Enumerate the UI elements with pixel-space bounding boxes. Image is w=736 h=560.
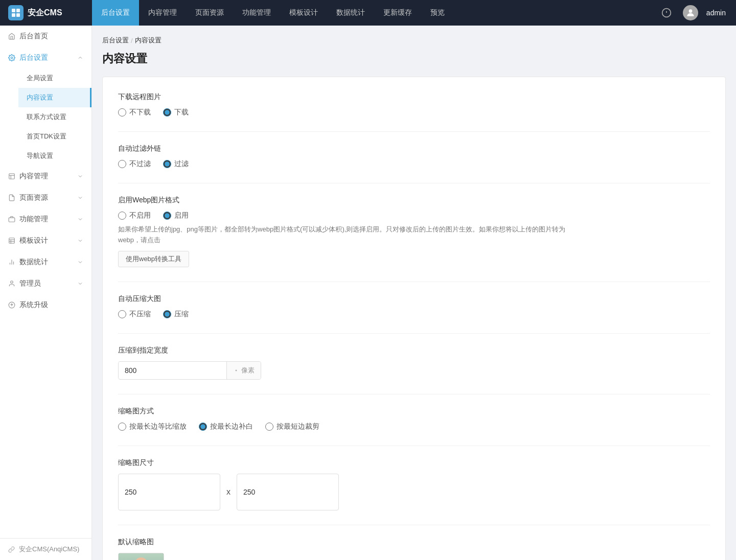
divider-3 (118, 282, 710, 282)
app-logo[interactable]: 安企CMS (0, 0, 92, 26)
default-thumbnail-image[interactable] (118, 553, 164, 560)
default-thumbnail-label: 默认缩略图 (118, 538, 710, 547)
radio-crop[interactable]: 按最短边裁剪 (265, 422, 319, 431)
link-icon (8, 546, 15, 553)
main-content: 后台设置 / 内容设置 内容设置 下载远程图片 不下载 下载 自动过滤外链 (92, 26, 736, 560)
template-icon (8, 237, 15, 244)
radio-pad-label: 按最长边补白 (210, 422, 253, 431)
sidebar-upgrade[interactable]: 系统升级 (0, 294, 91, 316)
sidebar-page-resource-label: 页面资源 (19, 193, 48, 202)
sidebar-global-label: 全局设置 (27, 74, 53, 83)
chevron-down-icon-admin (77, 281, 83, 287)
sidebar-func-mgmt-section[interactable]: 功能管理 (0, 208, 91, 230)
settings-icon (8, 54, 15, 61)
sidebar-content-mgmt-section[interactable]: 内容管理 (0, 166, 91, 187)
sidebar-tdk-settings[interactable]: 首页TDK设置 (18, 127, 91, 146)
webp-tool-button[interactable]: 使用webp转换工具 (118, 251, 189, 267)
radio-no-webp[interactable]: 不启用 (118, 211, 151, 220)
enable-webp-label: 启用Webp图片格式 (118, 196, 710, 205)
radio-no-download-input[interactable] (118, 108, 126, 116)
radio-webp-input[interactable] (163, 212, 171, 220)
sidebar-tdk-label: 首页TDK设置 (27, 132, 66, 141)
divider-4 (118, 333, 710, 334)
breadcrumb-root[interactable]: 后台设置 (102, 36, 129, 45)
radio-crop-input[interactable] (265, 423, 273, 431)
radio-download[interactable]: 下载 (163, 108, 189, 117)
sidebar-nav-settings[interactable]: 导航设置 (18, 146, 91, 166)
sidebar: 后台首页 后台设置 全局设置 内容设置 联系方式设置 首页TDK设置 导航设置 (0, 26, 92, 560)
nav-item-backend-settings[interactable]: 后台设置 (92, 0, 139, 26)
sidebar-func-mgmt-label: 功能管理 (19, 215, 48, 224)
radio-no-webp-input[interactable] (118, 212, 126, 220)
sidebar-footer[interactable]: 安企CMS(AnqiCMS) (0, 538, 91, 560)
radio-no-compress-input[interactable] (118, 310, 126, 318)
radio-filter-input[interactable] (163, 160, 171, 168)
sidebar-contact-settings[interactable]: 联系方式设置 (18, 107, 91, 127)
nav-item-page-resources[interactable]: 页面资源 (186, 0, 233, 26)
thumbnail-method-options: 按最长边等比缩放 按最长边补白 按最短边裁剪 (118, 422, 710, 431)
sidebar-contact-label: 联系方式设置 (27, 112, 66, 122)
radio-pad[interactable]: 按最长边补白 (199, 422, 253, 431)
content-mgmt-icon (8, 173, 15, 180)
nav-item-template-design[interactable]: 模板设计 (280, 0, 327, 26)
radio-no-webp-label: 不启用 (129, 211, 151, 220)
divider-5 (118, 394, 710, 394)
notification-icon[interactable] (658, 5, 675, 21)
nav-item-data-stats[interactable]: 数据统计 (327, 0, 374, 26)
nav-item-content-mgmt[interactable]: 内容管理 (139, 0, 186, 26)
sidebar-settings-section[interactable]: 后台设置 (0, 47, 91, 68)
svg-rect-13 (9, 238, 15, 244)
sidebar-stats-section[interactable]: 数据统计 (0, 251, 91, 273)
sidebar-admin-section[interactable]: 管理员 (0, 273, 91, 294)
radio-crop-label: 按最短边裁剪 (277, 422, 319, 431)
footer-link-text: 安企CMS(AnqiCMS) (19, 545, 79, 554)
radio-no-download[interactable]: 不下载 (118, 108, 151, 117)
enable-webp-section: 启用Webp图片格式 不启用 启用 如果你希望上传的jpg、png等图片，都全部… (118, 196, 710, 267)
radio-pad-input[interactable] (199, 423, 207, 431)
sidebar-content-settings[interactable]: 内容设置 (18, 88, 91, 107)
breadcrumb-separator: / (131, 37, 133, 44)
radio-compress[interactable]: 压缩 (163, 310, 189, 319)
sidebar-content-label: 内容设置 (27, 93, 53, 102)
radio-no-filter[interactable]: 不过滤 (118, 159, 151, 169)
sidebar-template-section[interactable]: 模板设计 (0, 230, 91, 251)
sidebar-page-resource-section[interactable]: 页面资源 (0, 187, 91, 208)
user-name[interactable]: admin (706, 9, 726, 17)
page-resource-icon (8, 194, 15, 201)
user-avatar[interactable] (683, 5, 698, 20)
thumb-width-input[interactable] (119, 484, 220, 500)
sidebar-global-settings[interactable]: 全局设置 (18, 68, 91, 88)
radio-compress-input[interactable] (163, 310, 171, 318)
sidebar-admin-label: 管理员 (19, 279, 41, 288)
sidebar-home[interactable]: 后台首页 (0, 26, 91, 47)
radio-scale[interactable]: 按最长边等比缩放 (118, 422, 187, 431)
radio-no-compress[interactable]: 不压缩 (118, 310, 151, 319)
chevron-down-icon-content (77, 173, 83, 179)
breadcrumb-current: 内容设置 (135, 36, 162, 45)
app-name: 安企CMS (28, 8, 62, 18)
radio-webp-label: 启用 (174, 211, 189, 220)
radio-scale-input[interactable] (118, 423, 126, 431)
radio-no-filter-input[interactable] (118, 160, 126, 168)
breadcrumb: 后台设置 / 内容设置 (102, 36, 726, 45)
radio-filter[interactable]: 过滤 (163, 159, 189, 169)
auto-filter-options: 不过滤 过滤 (118, 159, 710, 169)
radio-scale-label: 按最长边等比缩放 (129, 422, 187, 431)
nav-item-update-cache[interactable]: 更新缓存 (374, 0, 421, 26)
compress-width-input[interactable] (119, 362, 226, 379)
download-remote-label: 下载远程图片 (118, 92, 710, 102)
thumbnail-size-label: 缩略图尺寸 (118, 458, 710, 468)
thumb-height-input[interactable] (237, 484, 339, 500)
radio-download-input[interactable] (163, 108, 171, 116)
svg-point-20 (11, 281, 13, 284)
svg-rect-1 (16, 9, 20, 12)
download-remote-options: 不下载 下载 (118, 108, 710, 117)
nav-item-function-mgmt[interactable]: 功能管理 (233, 0, 280, 26)
nav-item-preview[interactable]: 预览 (421, 0, 454, 26)
divider-7 (118, 525, 710, 525)
svg-point-8 (11, 57, 13, 59)
radio-webp[interactable]: 启用 (163, 211, 189, 220)
thumbnail-method-label: 缩略图方式 (118, 407, 710, 416)
upgrade-icon (8, 301, 15, 309)
home-icon (8, 33, 15, 40)
